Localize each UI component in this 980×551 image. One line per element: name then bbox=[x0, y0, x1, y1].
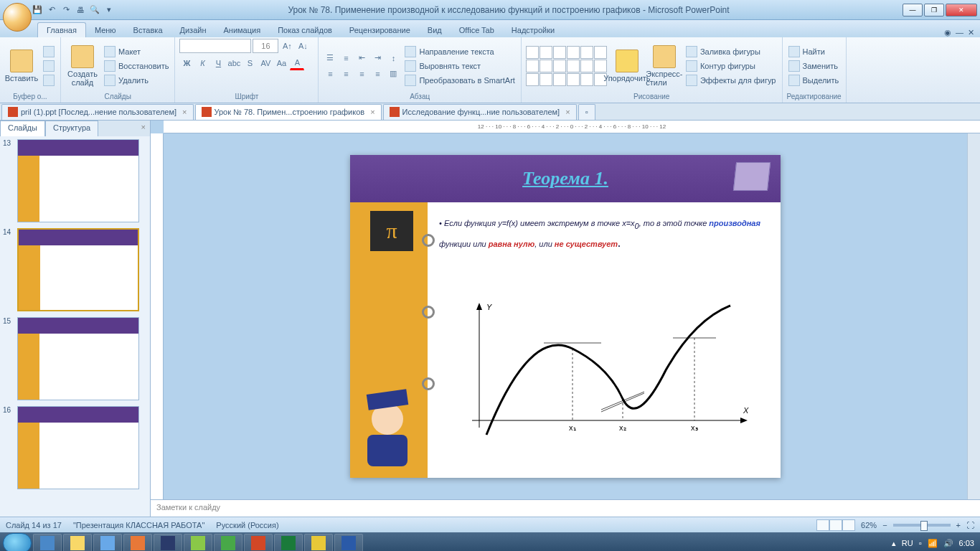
align-center-button[interactable]: ≡ bbox=[339, 67, 353, 81]
tray-flag-icon[interactable]: ▫ bbox=[919, 539, 922, 547]
tray-lang[interactable]: RU bbox=[902, 539, 913, 547]
slideshow-view-button[interactable] bbox=[842, 519, 855, 531]
office-button[interactable] bbox=[3, 3, 32, 32]
slide-thumbnail[interactable] bbox=[17, 406, 139, 489]
zoom-in-button[interactable]: + bbox=[956, 521, 961, 529]
taskbar-item[interactable] bbox=[154, 534, 182, 551]
quick-styles-button[interactable]: Экспресс-стили bbox=[647, 42, 682, 90]
new-doc-tab[interactable]: ▫ bbox=[578, 104, 595, 120]
tab-insert[interactable]: Вставка bbox=[125, 23, 171, 37]
tray-clock[interactable]: 6:03 bbox=[959, 539, 974, 547]
taskbar-item[interactable] bbox=[334, 534, 363, 551]
taskbar-item[interactable] bbox=[274, 534, 303, 551]
find-button[interactable]: Найти bbox=[787, 45, 841, 58]
font-family-select[interactable] bbox=[179, 39, 251, 53]
indent-inc-button[interactable]: ⇥ bbox=[370, 51, 385, 65]
slides-tab[interactable]: Слайды bbox=[0, 121, 45, 136]
bold-button[interactable]: Ж bbox=[179, 56, 194, 70]
tray-volume-icon[interactable]: 🔊 bbox=[943, 539, 953, 548]
close-button[interactable]: ✕ bbox=[946, 4, 977, 17]
slide[interactable]: Теорема 1. π • Если функция y=f(x) имеет… bbox=[350, 155, 781, 478]
underline-button[interactable]: Ч bbox=[211, 56, 225, 70]
doc-tab[interactable]: Исследование функц...ние пользователем]× bbox=[383, 104, 577, 120]
select-button[interactable]: Выделить bbox=[787, 74, 841, 87]
tab-design[interactable]: Дизайн bbox=[171, 23, 215, 37]
taskbar-item[interactable] bbox=[184, 534, 212, 551]
taskbar-item[interactable] bbox=[63, 534, 92, 551]
copy-button[interactable] bbox=[42, 60, 56, 72]
text-direction-button[interactable]: Направление текста bbox=[403, 45, 516, 58]
ribbon-minimize-icon[interactable]: — bbox=[956, 28, 963, 37]
tab-menu[interactable]: Меню bbox=[86, 23, 125, 37]
taskbar-item[interactable] bbox=[123, 534, 152, 551]
save-icon[interactable]: 💾 bbox=[32, 4, 43, 16]
strike-button[interactable]: abc bbox=[227, 56, 241, 70]
tab-review[interactable]: Рецензирование bbox=[341, 23, 419, 37]
minimize-button[interactable]: — bbox=[903, 4, 923, 17]
reset-button[interactable]: Восстановить bbox=[103, 60, 170, 72]
tab-addins[interactable]: Надстройки bbox=[503, 23, 563, 37]
tab-animation[interactable]: Анимация bbox=[215, 23, 269, 37]
slide-stage[interactable]: Теорема 1. π • Если функция y=f(x) имеет… bbox=[164, 133, 967, 499]
language-indicator[interactable]: Русский (Россия) bbox=[216, 521, 278, 529]
zoom-slider[interactable] bbox=[893, 524, 951, 527]
undo-icon[interactable]: ↶ bbox=[46, 4, 57, 16]
line-spacing-button[interactable]: ↕ bbox=[386, 51, 400, 65]
columns-button[interactable]: ▥ bbox=[386, 67, 400, 81]
spacing-button[interactable]: AV bbox=[258, 56, 273, 70]
shape-outline-button[interactable]: Контур фигуры bbox=[684, 60, 778, 72]
shrink-font-button[interactable]: A↓ bbox=[296, 39, 310, 53]
ribbon-close-icon[interactable]: ✕ bbox=[968, 28, 974, 37]
sorter-view-button[interactable] bbox=[829, 519, 842, 531]
justify-button[interactable]: ≡ bbox=[370, 67, 385, 81]
tab-slideshow[interactable]: Показ слайдов bbox=[269, 23, 341, 37]
doc-tab[interactable]: pril (1).ppt [Послед...нение пользовател… bbox=[1, 104, 194, 120]
slide-thumbnail[interactable] bbox=[17, 228, 139, 311]
cut-button[interactable] bbox=[42, 45, 56, 58]
redo-icon[interactable]: ↷ bbox=[60, 4, 72, 16]
align-left-button[interactable]: ≡ bbox=[323, 67, 337, 81]
arrange-button[interactable]: Упорядочить bbox=[610, 42, 644, 90]
tab-view[interactable]: Вид bbox=[419, 23, 451, 37]
case-button[interactable]: Aa bbox=[274, 56, 288, 70]
zoom-level[interactable]: 62% bbox=[861, 521, 877, 529]
doc-tab[interactable]: Урок № 78. Примен...строению графиков× bbox=[195, 104, 382, 120]
slide-thumbnail[interactable] bbox=[17, 139, 139, 222]
align-right-button[interactable]: ≡ bbox=[354, 67, 369, 81]
format-painter-button[interactable] bbox=[42, 74, 56, 87]
delete-button[interactable]: Удалить bbox=[103, 74, 170, 87]
zoom-out-button[interactable]: − bbox=[882, 521, 887, 529]
print-icon[interactable]: 🖶 bbox=[75, 4, 86, 16]
smartart-button[interactable]: Преобразовать в SmartArt bbox=[403, 74, 516, 87]
start-button[interactable] bbox=[3, 533, 32, 551]
preview-icon[interactable]: 🔍 bbox=[89, 4, 100, 16]
tray-up-icon[interactable]: ▴ bbox=[892, 539, 896, 548]
shapes-gallery[interactable] bbox=[526, 46, 607, 86]
normal-view-button[interactable] bbox=[816, 519, 829, 531]
vertical-scrollbar[interactable] bbox=[967, 133, 980, 499]
close-tab-icon[interactable]: × bbox=[565, 108, 570, 116]
font-size-select[interactable]: 16 bbox=[253, 39, 278, 53]
shape-effects-button[interactable]: Эффекты для фигур bbox=[684, 74, 778, 87]
close-tab-icon[interactable]: × bbox=[182, 108, 187, 116]
layout-button[interactable]: Макет bbox=[103, 45, 170, 58]
grow-font-button[interactable]: A↑ bbox=[280, 39, 294, 53]
close-tab-icon[interactable]: × bbox=[370, 108, 374, 116]
help-icon[interactable]: ◉ bbox=[944, 28, 951, 37]
align-text-button[interactable]: Выровнять текст bbox=[403, 60, 516, 72]
indent-dec-button[interactable]: ⇤ bbox=[354, 51, 369, 65]
taskbar-item[interactable] bbox=[304, 534, 333, 551]
shadow-button[interactable]: S bbox=[242, 56, 257, 70]
qat-more-icon[interactable]: ▾ bbox=[103, 4, 115, 16]
tab-office[interactable]: Office Tab bbox=[451, 23, 503, 37]
taskbar-item[interactable] bbox=[244, 534, 273, 551]
outline-tab[interactable]: Структура bbox=[45, 121, 98, 136]
taskbar-item[interactable] bbox=[93, 534, 122, 551]
fit-button[interactable]: ⛶ bbox=[966, 521, 974, 529]
tab-home[interactable]: Главная bbox=[37, 22, 86, 37]
slide-thumbnail[interactable] bbox=[17, 317, 139, 400]
notes-pane[interactable]: Заметки к слайду bbox=[151, 499, 980, 517]
numbering-button[interactable]: ≡ bbox=[339, 51, 353, 65]
italic-button[interactable]: К bbox=[195, 56, 209, 70]
maximize-button[interactable]: ❐ bbox=[924, 4, 944, 17]
